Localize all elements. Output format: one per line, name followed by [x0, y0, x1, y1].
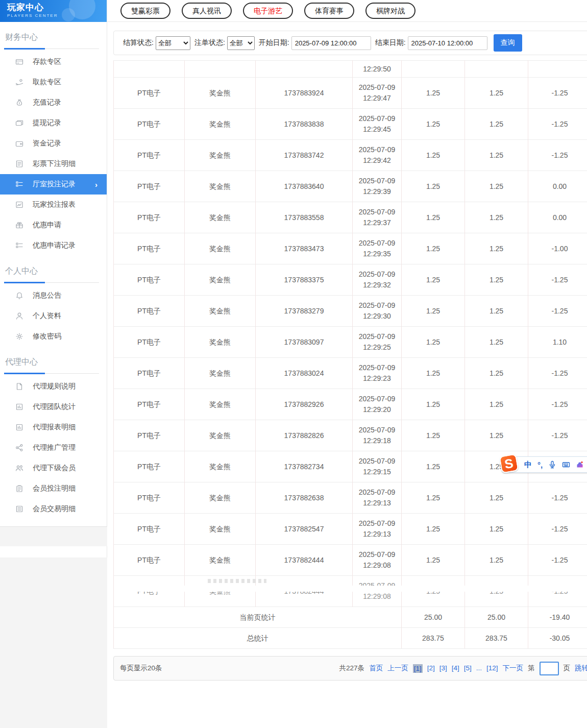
- end-date-input[interactable]: [408, 36, 487, 50]
- cell-bet-amount: 1.25: [402, 78, 465, 109]
- lottery-bet-detail-icon: [15, 160, 23, 168]
- cell-valid-amount: 1.25: [465, 78, 528, 109]
- search-button[interactable]: 查询: [494, 34, 522, 52]
- agent-members-icon: [15, 464, 23, 472]
- sidebar-item-promo-apply[interactable]: 优惠申请: [0, 215, 107, 235]
- member-transaction-detail-icon: [15, 505, 23, 513]
- page-link[interactable]: [4]: [452, 664, 459, 673]
- cell-bet-amount: 1.25: [402, 296, 465, 327]
- sidebar-item-password[interactable]: 修改密码: [0, 326, 107, 347]
- bet-date: 2025-07-09: [353, 113, 401, 124]
- sidebar-item-agent-team-stats[interactable]: 代理团队统计: [0, 397, 107, 417]
- page-link[interactable]: [5]: [464, 664, 472, 673]
- sidebar-item-label: 修改密码: [33, 332, 61, 341]
- tab-3[interactable]: 电子游艺: [243, 3, 293, 19]
- sidebar-item-profile[interactable]: 个人资料: [0, 306, 107, 326]
- cell-bet-time: 2025-07-0912:29:45: [353, 109, 402, 140]
- sidebar-item-label: 代理推广管理: [33, 443, 76, 452]
- order-status-label: 注单状态:: [194, 38, 225, 47]
- section-underline: [4, 281, 99, 283]
- cell-valid-amount: 1.25: [465, 264, 528, 296]
- sidebar-item-agent-rules[interactable]: 代理规则说明: [0, 376, 107, 397]
- bet-date: 2025-07-09: [353, 518, 401, 529]
- sidebar-item-player-bet-report[interactable]: 玩家投注报表: [0, 195, 107, 215]
- cell-bet-time: 2025-07-0912:29:08: [353, 545, 402, 576]
- tab-5[interactable]: 棋牌对战: [365, 3, 415, 19]
- cell: [114, 61, 185, 78]
- sidebar-item-label: 存款专区: [33, 57, 61, 66]
- sidebar-item-lottery-bet-detail[interactable]: 彩票下注明细: [0, 154, 107, 174]
- microphone-icon[interactable]: [548, 460, 556, 469]
- start-date-input[interactable]: [291, 36, 371, 50]
- sidebar-item-notice[interactable]: 消息公告: [0, 285, 107, 306]
- cell-win-loss: -1.25: [528, 140, 587, 171]
- cell: [528, 61, 587, 78]
- page-link-current[interactable]: [1]: [413, 664, 423, 673]
- page-link[interactable]: ...: [476, 664, 482, 673]
- order-status-select[interactable]: 全部: [227, 36, 255, 50]
- page-link[interactable]: [2]: [427, 664, 435, 673]
- sidebar-item-hall-bet-record[interactable]: 厅室投注记录›: [0, 174, 107, 195]
- sidebar-item-recharge-record[interactable]: 充值记录: [0, 92, 107, 113]
- keyboard-icon[interactable]: [562, 460, 570, 469]
- cell-bet-time: 2025-07-0912:29:15: [353, 451, 402, 482]
- sidebar-item-deposit[interactable]: 存款专区: [0, 52, 107, 72]
- cell-game-type: PT电子: [114, 482, 185, 514]
- cell: [465, 61, 528, 78]
- cell-game-type: PT电子: [114, 389, 185, 420]
- sidebar-item-withdraw[interactable]: 取款专区: [0, 72, 107, 92]
- cell-game-type: PT电子: [114, 545, 185, 576]
- sidebar-item-label: 个人资料: [33, 311, 61, 321]
- next-page-link[interactable]: 下一页: [503, 664, 524, 673]
- table-row: PT电子奖金熊17378838382025-07-0912:29:451.251…: [114, 109, 587, 140]
- jump-button[interactable]: 跳转: [575, 664, 587, 673]
- sidebar: 玩家中心 PLAYERS CENTER 财务中心存款专区取款专区充值记录提现记录…: [0, 0, 107, 728]
- page-link[interactable]: [3]: [439, 664, 447, 673]
- sidebar-item-label: 彩票下注明细: [33, 159, 76, 168]
- cell-order-no: 1737883924: [256, 78, 353, 109]
- cell-bet-time: 2025-07-0912:29:42: [353, 140, 402, 171]
- sidebar-item-agent-promotion[interactable]: 代理推广管理: [0, 438, 107, 458]
- cell-game-type: PT电子: [114, 171, 185, 202]
- withdrawal-record-icon: [15, 119, 23, 127]
- pagination-controls: 共227条 首页 上一页 [1][2][3][4][5]...[12] 下一页 …: [339, 662, 587, 675]
- cell-bet-amount: 1.25: [402, 545, 465, 576]
- skin-icon[interactable]: [576, 460, 584, 469]
- ime-toolbar: S 中°,: [502, 456, 587, 473]
- sogou-logo-icon[interactable]: S: [499, 453, 519, 473]
- sidebar-item-promo-apply-record[interactable]: 优惠申请记录: [0, 235, 107, 256]
- tab-4[interactable]: 体育赛事: [304, 3, 354, 19]
- jump-page-input[interactable]: [540, 662, 559, 675]
- cell-bet-amount: 1.25: [402, 327, 465, 358]
- settle-status-select[interactable]: 全部: [156, 36, 190, 50]
- cell-valid-amount: 1.25: [465, 389, 528, 420]
- tab-1[interactable]: 雙赢彩票: [120, 3, 170, 19]
- tab-2[interactable]: 真人视讯: [182, 3, 232, 19]
- page-size-label: 每页显示20条: [120, 664, 162, 673]
- cell-game-type: PT电子: [114, 451, 185, 482]
- cell-win-loss: -1.25: [528, 420, 587, 451]
- punctuation-icon[interactable]: °,: [537, 460, 543, 469]
- sidebar-item-label: 提现记录: [33, 118, 61, 128]
- pagination-bar: 每页显示20条 共227条 首页 上一页 [1][2][3][4][5]...[…: [113, 656, 587, 681]
- cell-win-loss: -1.25: [528, 482, 587, 514]
- sidebar-item-member-bet-detail[interactable]: 会员投注明细: [0, 478, 107, 499]
- bet-time: 12:29:37: [353, 217, 401, 228]
- sidebar-item-funds-record[interactable]: 资金记录: [0, 133, 107, 154]
- sidebar-item-member-transaction-detail[interactable]: 会员交易明细: [0, 499, 107, 519]
- chevron-right-icon: ›: [95, 180, 97, 189]
- bet-date: 2025-07-09: [353, 207, 401, 217]
- cell-win-loss: -1.25: [528, 358, 587, 389]
- cell-bet-time: 2025-07-0912:29:35: [353, 233, 402, 264]
- first-page-link[interactable]: 首页: [369, 664, 383, 673]
- cell-order-no: 1737882638: [256, 482, 353, 514]
- sidebar-item-label: 充值记录: [33, 98, 61, 107]
- sidebar-item-agent-members[interactable]: 代理下级会员: [0, 458, 107, 478]
- sidebar-item-withdrawal-record[interactable]: 提现记录: [0, 113, 107, 133]
- agent-report-detail-icon: [15, 423, 23, 431]
- lang-mode-icon[interactable]: 中: [524, 460, 532, 470]
- prev-page-link[interactable]: 上一页: [387, 664, 408, 673]
- page-number-links: [1][2][3][4][5]...[12]: [413, 664, 498, 673]
- sidebar-item-agent-report-detail[interactable]: 代理报表明细: [0, 417, 107, 438]
- page-link[interactable]: [12]: [486, 664, 498, 673]
